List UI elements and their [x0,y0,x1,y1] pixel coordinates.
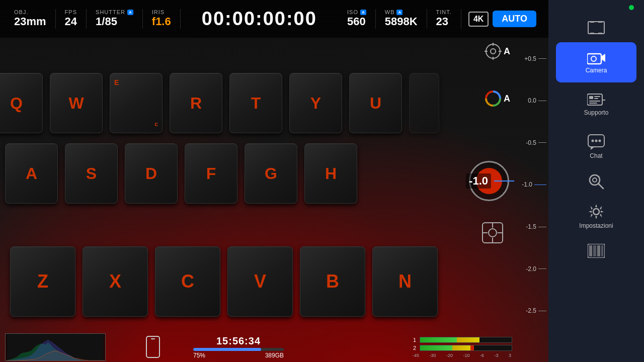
ruler-mark-2: -0.5 [526,139,546,146]
key-c: C [155,246,220,317]
keyboard-row-1: Q W E c R T Y U [0,73,439,133]
key-e: E c [110,73,163,133]
shutter-auto-badge: A [127,10,133,15]
storage-section: 15:56:34 75% 389GB [146,335,284,359]
camera-icon [587,51,605,65]
key-partial [409,73,439,133]
chat-label: Chat [590,152,602,159]
right-sidebar: Camera Supporto Chat [548,0,644,362]
timecode-value: 00:00:00:00 [202,8,317,30]
audio-meter-1: 1 [412,337,512,343]
supporto-button[interactable]: Supporto [556,84,636,125]
key-n: N [372,246,438,317]
storage-percentage: 75% [193,352,205,359]
obj-value: 23mm [14,15,46,28]
auto-mode-badge[interactable]: AUTO [493,11,536,27]
hud-tint: TINT. 23 [427,9,461,28]
storage-labels: 75% 389GB [193,352,284,359]
key-s: S [65,143,118,204]
status-dot [629,5,634,10]
ev-line [494,180,514,182]
color-control[interactable]: A [485,90,510,107]
storage-bar-container: 75% 389GB [193,348,284,359]
ev-value: -1.0 [466,173,491,189]
meter-red-2 [470,345,474,350]
key-q: Q [0,73,43,133]
camera-button[interactable]: Camera [556,42,636,82]
hud-fps: FPS 24 [56,9,87,28]
key-x: X [83,246,148,317]
svg-rect-36 [597,245,600,256]
audio-meter-bar-1 [420,337,512,343]
settings-button[interactable]: Impostazioni [556,196,636,236]
ruler-mark-3: -1.0 [522,181,546,188]
svg-rect-14 [587,54,601,64]
screen-frame-icon [588,21,605,34]
svg-point-26 [595,140,598,142]
grid-button[interactable] [556,238,636,263]
key-a: A [5,143,58,204]
svg-rect-20 [594,98,598,99]
ruler-mark-0: +0.5 [524,55,546,62]
zoom-button[interactable]: + [556,169,636,194]
keyboard-row-2: A S D F G H [5,143,357,204]
hud-wb: WB A 5898K [376,9,427,28]
storage-bar-bg [193,348,284,351]
ruler-mark-1: 0.0 [528,97,546,104]
storage-info: 15:56:34 75% 389GB [193,335,284,359]
svg-rect-19 [594,96,600,97]
time-display: 15:56:34 [216,335,261,347]
key-d: D [125,143,178,204]
iris-label: IRIS [152,9,165,15]
hud-resolution: 4K AUTO [461,11,543,27]
grid-icon [588,244,605,258]
key-w: W [50,73,103,133]
svg-point-8 [489,229,497,237]
focus-assist-icon[interactable] [481,221,504,246]
iso-value: 560 [347,15,366,28]
hud-timecode: 00:00:00:00 [181,8,338,30]
svg-point-29 [593,178,597,182]
settings-icon [588,203,605,220]
camera-viewport: Q W E c R T Y U A S D F G H Z X C V [0,0,548,362]
vp-top-right-icons: A A [485,43,510,107]
svg-point-16 [591,56,596,61]
ruler-mark-5: -2.0 [526,265,546,273]
svg-rect-37 [601,245,603,256]
audio-meters: 1 2 -45 -30 -20 [412,337,512,358]
tint-value: 23 [436,15,448,28]
svg-text:+: + [598,174,600,179]
audio-meter-bar-2 [420,345,512,351]
key-u: U [349,73,402,133]
key-g: G [245,143,297,204]
storage-bar-fill [193,348,261,351]
key-y: Y [289,73,342,133]
audio-meter-2: 2 [412,345,512,351]
shutter-label: SHUTTER [96,9,125,15]
svg-rect-22 [589,103,597,104]
fps-label: FPS [65,9,77,15]
phone-icon [146,336,160,358]
wb-label-row: WB A [385,9,403,15]
screen-button[interactable] [556,15,636,40]
resolution-badge: 4K [468,12,489,27]
key-f: F [185,143,237,204]
key-t: T [229,73,282,133]
supporto-icon [587,93,605,107]
ruler-mark-4: -1.5 [526,223,546,230]
keyboard-row-3: Z X C V B N [10,246,438,317]
hud-shutter: SHUTTER A 1/85 [87,9,143,28]
chat-button[interactable]: Chat [556,127,636,167]
meter-yellow-2 [452,345,470,350]
color-af-letter: A [504,94,510,104]
svg-point-0 [486,44,500,58]
obj-label: OBJ. [14,9,28,15]
hud-iso: ISO A 560 [338,9,376,28]
iris-value: f1.6 [152,15,171,28]
autofocus-control[interactable]: A [485,43,510,60]
color-wheel-icon [485,90,502,107]
key-v: V [227,246,293,317]
shutter-value: 1/85 [96,15,117,28]
tint-label: TINT. [436,9,452,15]
exposure-ruler: +0.5 0.0 -0.5 -1.0 -1.5 -2.0 [514,38,548,332]
